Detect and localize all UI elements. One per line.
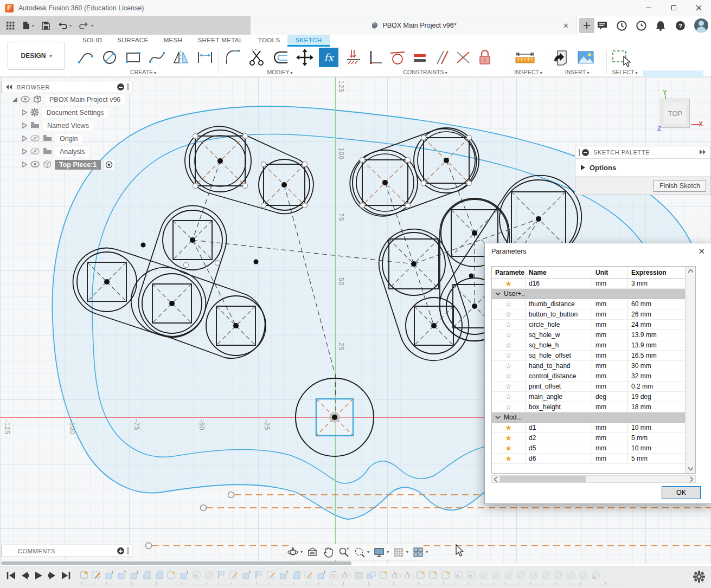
star-outline-icon[interactable]: ☆	[505, 310, 512, 319]
viewports-icon[interactable]	[412, 546, 428, 558]
parameter-row[interactable]: ☆box_heightmm18 mm	[492, 402, 695, 412]
comments-drag-handle[interactable]	[127, 547, 129, 554]
timeline-feature-link[interactable]	[578, 570, 588, 580]
timeline-feature-link[interactable]	[204, 570, 214, 580]
browser-header[interactable]: BROWSER	[1, 81, 132, 93]
parameter-row[interactable]: ☆button_to_buttonmm26 mm	[492, 309, 695, 320]
scroll-down-icon[interactable]	[687, 466, 694, 472]
visibility-off-icon[interactable]	[30, 135, 40, 143]
expand-panel-icon[interactable]	[700, 149, 706, 156]
parameter-row[interactable]: ☆sq_hole_wmm13.9 mm	[492, 330, 695, 340]
timeline-feature-mirror-red[interactable]	[341, 570, 351, 580]
timeline-feature-link-red[interactable]	[591, 570, 601, 580]
star-outline-icon[interactable]: ☆	[505, 320, 512, 329]
timeline-feature-combine[interactable]	[366, 570, 376, 580]
timeline-feature-link[interactable]	[566, 570, 576, 580]
visibility-on-icon[interactable]	[30, 161, 40, 169]
timeline-feature-flag[interactable]	[216, 570, 227, 580]
palette-minimize-icon[interactable]	[582, 149, 589, 156]
favorite-star-icon[interactable]: ★	[505, 454, 512, 463]
favorite-star-icon[interactable]: ★	[505, 279, 512, 288]
parameter-row[interactable]: ★d2mm5 mm	[492, 433, 695, 443]
timeline-feature-extrude[interactable]	[117, 570, 127, 580]
step-forward-icon[interactable]	[48, 571, 56, 582]
browser-row[interactable]: Top Piece:1	[1, 158, 132, 171]
timeline-feature-sketch-edit[interactable]	[304, 570, 314, 580]
scroll-up-icon[interactable]	[687, 268, 694, 274]
scroll-right-icon[interactable]	[688, 476, 695, 482]
star-outline-icon[interactable]: ☆	[505, 382, 512, 391]
parameter-row[interactable]: ☆control_distancemm32 mm	[492, 371, 695, 382]
window-zoom-icon[interactable]	[354, 546, 369, 558]
skip-to-end-icon[interactable]	[61, 571, 71, 582]
step-back-icon[interactable]	[21, 571, 29, 582]
zoom-icon[interactable]	[338, 546, 350, 558]
sketch-palette-header[interactable]: SKETCH PALETTE	[575, 146, 710, 159]
parameter-row[interactable]: ☆circle_holemm24 mm	[492, 320, 695, 330]
star-outline-icon[interactable]: ☆	[505, 361, 512, 370]
timeline-feature-link[interactable]	[516, 570, 526, 580]
browser-row[interactable]: Document Settings	[1, 106, 132, 119]
timeline-settings-gear-icon[interactable]	[692, 570, 706, 585]
browser-item-label[interactable]: Origin	[55, 134, 82, 144]
timeline-feature-sketch-edit[interactable]	[92, 570, 102, 580]
dialog-close-icon[interactable]: ✕	[698, 247, 705, 256]
timeline-feature-link[interactable]	[503, 570, 514, 580]
visibility-on-icon[interactable]	[21, 96, 30, 104]
parameter-row[interactable]: ★d1mm10 mm	[492, 423, 695, 433]
collapsed-icon[interactable]	[22, 109, 27, 117]
timeline-feature-extrude[interactable]	[129, 570, 139, 580]
timeline-feature-sketch-create[interactable]: ★	[441, 570, 451, 580]
timeline-feature-link[interactable]	[528, 570, 539, 580]
parameter-row[interactable]: ★d5mm10 mm	[492, 443, 695, 454]
browser-row[interactable]: Analysis	[1, 145, 132, 158]
minimize-panel-icon[interactable]	[117, 83, 124, 91]
timeline-feature-box[interactable]	[191, 570, 202, 580]
star-outline-icon[interactable]: ☆	[505, 392, 512, 401]
browser-item-label[interactable]: Analysis	[55, 147, 89, 157]
expanded-icon[interactable]	[12, 96, 17, 104]
browser-item-label[interactable]: Document Settings	[42, 108, 108, 118]
parameter-row[interactable]: ☆main_angledeg19 deg	[492, 392, 695, 402]
browser-item-label[interactable]: Named Views	[43, 121, 93, 131]
star-outline-icon[interactable]: ☆	[505, 403, 512, 411]
timeline-feature-extrude[interactable]	[179, 570, 189, 580]
visibility-off-icon[interactable]	[30, 148, 40, 156]
parameter-row[interactable]: ☆thumb_distancemm60 mm	[492, 299, 695, 309]
star-outline-icon[interactable]: ☆	[505, 300, 512, 308]
timeline-feature-link[interactable]	[478, 570, 489, 580]
browser-row[interactable]: Origin	[1, 132, 132, 145]
favorite-star-icon[interactable]: ★	[505, 423, 512, 432]
finish-sketch-palette-button[interactable]: Finish Sketch	[654, 180, 706, 192]
parameter-row[interactable]: ☆sq_hole_hmm13.9 mm	[492, 340, 695, 351]
favorite-star-icon[interactable]: ★	[505, 444, 512, 453]
grid-settings-icon[interactable]	[393, 546, 408, 558]
favorite-star-icon[interactable]: ★	[505, 434, 512, 442]
collapsed-icon[interactable]	[22, 148, 27, 156]
parameter-row[interactable]: ☆hand_to_handmm30 mm	[492, 361, 695, 371]
timeline-feature-mirror-red[interactable]	[391, 570, 401, 580]
timeline-feature-extrude[interactable]	[279, 570, 289, 580]
parameters-horizontal-scrollbar[interactable]	[491, 475, 696, 483]
display-settings-icon[interactable]	[373, 546, 389, 558]
orbit-icon[interactable]	[287, 546, 303, 558]
palette-options-row[interactable]: Options	[575, 159, 710, 177]
parameter-group-row[interactable]: User+..	[492, 289, 695, 299]
star-outline-icon[interactable]: ☆	[505, 331, 512, 339]
collapse-panel-icon[interactable]	[6, 84, 12, 91]
timeline-feature-box[interactable]	[453, 570, 464, 580]
comments-header[interactable]: COMMENTS	[1, 545, 132, 557]
timeline-feature-sketch-create[interactable]: ★	[79, 570, 89, 580]
browser-row[interactable]: Named Views	[1, 119, 132, 132]
timeline-feature-fillet[interactable]	[154, 570, 164, 580]
timeline-feature-extrude[interactable]	[316, 570, 326, 580]
scrollbar-thumb[interactable]	[500, 476, 586, 482]
parameters-vertical-scrollbar[interactable]	[685, 267, 695, 473]
collapsed-icon[interactable]	[22, 161, 27, 169]
collapsed-icon[interactable]	[22, 135, 27, 143]
palette-drag-handle[interactable]	[579, 149, 580, 156]
timeline-feature-mirror[interactable]	[329, 570, 339, 580]
parameter-group-row[interactable]: Mod...	[492, 412, 695, 423]
timeline-feature-link[interactable]	[541, 570, 551, 580]
parameter-row[interactable]: ☆print_offsetmm0.2 mm	[492, 382, 695, 392]
